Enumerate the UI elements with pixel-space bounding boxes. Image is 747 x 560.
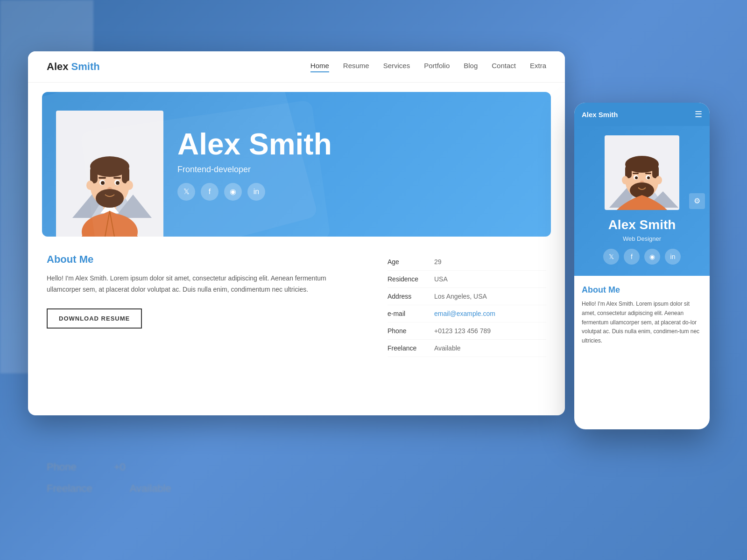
mobile-about-second: Me	[608, 285, 620, 294]
hero-section: Alex Smith Frontend-developer 𝕏 f ◉ in	[42, 92, 551, 237]
residence-label: Residence	[388, 275, 434, 283]
freelance-value: Available	[434, 344, 461, 352]
blurred-freelance-label: Freelance	[47, 483, 92, 495]
email-label: e-mail	[388, 310, 434, 317]
nav-link-contact[interactable]: Contact	[492, 62, 516, 72]
svg-marker-0	[72, 190, 119, 218]
svg-point-15	[116, 181, 120, 185]
svg-rect-9	[122, 167, 129, 183]
about-right: Age 29 Residence USA Address Los Angeles…	[388, 253, 546, 357]
mobile-hero: ⚙	[574, 126, 710, 276]
desktop-card: Alex Smith Home Resume Services Portfoli…	[28, 51, 565, 415]
svg-point-35	[647, 176, 650, 179]
blurred-phone-value: +0	[114, 461, 126, 473]
svg-rect-8	[90, 167, 98, 183]
about-section: About Me Hello! I'm Alex Smith. Lorem ip…	[28, 237, 565, 374]
mobile-about-heading: About Me	[582, 285, 702, 295]
gear-button[interactable]: ⚙	[689, 193, 705, 209]
mobile-role: Web Designer	[623, 235, 661, 242]
nav-link-portfolio[interactable]: Portfolio	[424, 62, 450, 72]
nav-brand: Alex Smith	[47, 61, 100, 73]
hamburger-icon[interactable]: ☰	[695, 109, 702, 119]
info-row-age: Age 29	[388, 253, 546, 271]
svg-point-13	[114, 180, 120, 185]
svg-marker-5	[100, 202, 119, 213]
about-left: About Me Hello! I'm Alex Smith. Lorem ip…	[47, 253, 359, 357]
twitter-btn[interactable]: 𝕏	[177, 183, 195, 201]
mobile-instagram-btn[interactable]: ◉	[644, 249, 660, 265]
mobile-nav: Alex Smith ☰	[574, 103, 710, 126]
svg-rect-17	[113, 177, 121, 179]
nav-link-services[interactable]: Services	[383, 62, 410, 72]
about-text: Hello! I'm Alex Smith. Lorem ipsum dolor…	[47, 273, 359, 295]
svg-point-6	[90, 164, 129, 207]
desktop-nav: Alex Smith Home Resume Services Portfoli…	[28, 51, 565, 83]
svg-point-7	[90, 156, 129, 177]
phone-value: +0123 123 456 789	[434, 327, 491, 335]
hero-avatar-wrap	[56, 111, 163, 237]
mobile-avatar-svg	[605, 135, 679, 210]
address-label: Address	[388, 293, 434, 300]
info-row-residence: Residence USA	[388, 271, 546, 288]
mobile-linkedin-btn[interactable]: in	[665, 249, 681, 265]
svg-point-19	[96, 189, 124, 208]
phone-label: Phone	[388, 327, 434, 335]
nav-link-home[interactable]: Home	[310, 62, 329, 72]
hero-title: Frontend-developer	[177, 165, 332, 175]
age-label: Age	[388, 258, 434, 266]
about-second: Me	[79, 253, 94, 265]
mobile-brand: Alex Smith	[582, 111, 618, 119]
mobile-twitter-btn[interactable]: 𝕏	[603, 249, 619, 265]
instagram-btn[interactable]: ◉	[224, 183, 242, 201]
mobile-card: Alex Smith ☰ ⚙	[574, 103, 710, 429]
svg-rect-37	[645, 173, 651, 174]
svg-point-18	[107, 187, 112, 191]
svg-point-34	[635, 176, 638, 179]
nav-link-blog[interactable]: Blog	[464, 62, 478, 72]
nav-link-extra[interactable]: Extra	[530, 62, 546, 72]
about-heading: About Me	[47, 253, 359, 266]
download-resume-button[interactable]: DOWNLOAD RESUME	[47, 308, 142, 329]
svg-rect-4	[103, 197, 116, 211]
blurred-phone-label: Phone	[47, 461, 77, 473]
hero-socials: 𝕏 f ◉ in	[177, 183, 332, 201]
mobile-about-first: About	[582, 285, 606, 294]
mobile-facebook-btn[interactable]: f	[624, 249, 640, 265]
nav-links: Home Resume Services Portfolio Blog Cont…	[310, 62, 546, 72]
nav-link-resume[interactable]: Resume	[343, 62, 369, 72]
info-row-freelance: Freelance Available	[388, 340, 546, 357]
avatar-svg	[63, 125, 156, 237]
mobile-socials: 𝕏 f ◉ in	[603, 249, 681, 265]
svg-point-12	[99, 180, 105, 185]
mobile-about-text: Hello! I'm Alex Smith. Lorem ipsum dolor…	[582, 300, 702, 346]
info-row-email: e-mail email@example.com	[388, 305, 546, 322]
residence-value: USA	[434, 275, 448, 283]
info-row-phone: Phone +0123 123 456 789	[388, 322, 546, 340]
linkedin-btn[interactable]: in	[247, 183, 265, 201]
about-first: About	[47, 253, 77, 265]
svg-point-14	[101, 181, 105, 185]
svg-point-10	[86, 181, 94, 190]
svg-marker-1	[91, 181, 138, 218]
email-value[interactable]: email@example.com	[434, 310, 495, 317]
svg-rect-36	[633, 173, 639, 174]
mobile-avatar	[605, 135, 679, 210]
freelance-label: Freelance	[388, 344, 434, 352]
hero-name: Alex Smith	[177, 128, 332, 161]
svg-marker-2	[114, 195, 152, 218]
svg-point-31	[655, 176, 662, 184]
blurred-content: Phone +0 Freelance Available	[47, 461, 171, 504]
facebook-btn[interactable]: f	[201, 183, 218, 201]
blurred-freelance-value: Available	[130, 483, 171, 495]
svg-rect-16	[99, 177, 106, 179]
mobile-name: Alex Smith	[608, 217, 676, 232]
mobile-about: About Me Hello! I'm Alex Smith. Lorem ip…	[574, 276, 710, 355]
hero-info: Alex Smith Frontend-developer 𝕏 f ◉ in	[177, 128, 332, 200]
svg-point-30	[622, 176, 628, 184]
address-value: Los Angeles, USA	[434, 293, 487, 300]
info-row-address: Address Los Angeles, USA	[388, 288, 546, 305]
age-value: 29	[434, 258, 442, 266]
svg-point-11	[126, 181, 133, 190]
info-table: Age 29 Residence USA Address Los Angeles…	[388, 253, 546, 357]
